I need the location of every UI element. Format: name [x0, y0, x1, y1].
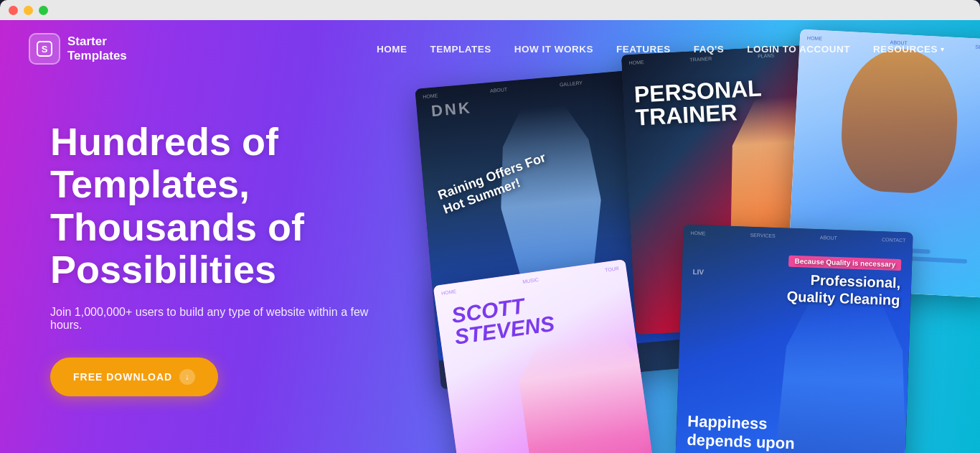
card5-tagline: Happinessdepends uponourselves	[686, 412, 796, 453]
close-button[interactable]	[9, 6, 18, 15]
hero-title: Hundreds of Templates, Thousands of Poss…	[50, 121, 402, 291]
nav-faqs[interactable]: FAQ'S	[694, 44, 724, 55]
logo-name-line1: Starter	[67, 34, 127, 49]
nav-home[interactable]: HOME	[377, 44, 407, 55]
logo-icon: S	[29, 33, 60, 65]
hero-content: Hundreds of Templates, Thousands of Poss…	[0, 78, 402, 396]
card5-mini-nav: HOMESERVICESABOUTCONTACT	[683, 230, 913, 243]
chevron-down-icon: ▾	[941, 45, 944, 53]
minimize-button[interactable]	[24, 6, 33, 15]
nav-resources-wrapper[interactable]: RESOURCES ▾	[873, 44, 944, 55]
navbar: S Starter Templates HOME TEMPLATES HOW I…	[0, 20, 980, 78]
svg-text:S: S	[42, 44, 48, 55]
hero-subtitle: Join 1,000,000+ users to build any type …	[50, 306, 402, 332]
logo[interactable]: S Starter Templates	[29, 33, 127, 65]
window-chrome	[0, 0, 980, 20]
logo-name-line2: Templates	[67, 49, 127, 63]
template-card-scott-stevens[interactable]: SCOTTSTEVENS HOMEMUSICTOUR	[433, 259, 659, 453]
card5-brand: LIV	[692, 268, 704, 276]
nav-links: HOME TEMPLATES HOW IT WORKS FEATURES FAQ…	[377, 42, 944, 55]
cta-download-button[interactable]: FREE DOWNLOAD ↓	[50, 358, 218, 396]
card2-title: PERSONALTRAINER	[633, 76, 763, 129]
nav-login[interactable]: LOGIN TO ACCOUNT	[747, 44, 850, 55]
card4-name: SCOTTSTEVENS	[451, 291, 556, 348]
card1-brand: DNK	[430, 98, 473, 121]
download-icon: ↓	[179, 369, 195, 385]
hero-title-line1: Hundreds of Templates,	[50, 120, 278, 205]
hero-section: S Starter Templates HOME TEMPLATES HOW I…	[0, 20, 980, 453]
hero-title-line2: Thousands of Possibilities	[50, 205, 304, 291]
logo-text: Starter Templates	[67, 34, 127, 62]
card5-service-text: Because Quality is necessary Professiona…	[786, 250, 901, 309]
fullscreen-button[interactable]	[39, 6, 48, 15]
cta-label: FREE DOWNLOAD	[73, 371, 172, 383]
nav-how-it-works[interactable]: HOW IT WORKS	[514, 44, 593, 55]
template-cards-collage: DNK HOMEABOUTGALLERYCONTACT Raining Offe…	[406, 20, 980, 453]
nav-features[interactable]: FEATURES	[616, 44, 671, 55]
nav-resources[interactable]: RESOURCES	[873, 44, 938, 55]
template-card-cleaning[interactable]: HOMESERVICESABOUTCONTACT Because Quality…	[674, 225, 913, 453]
nav-templates[interactable]: TEMPLATES	[430, 44, 491, 55]
